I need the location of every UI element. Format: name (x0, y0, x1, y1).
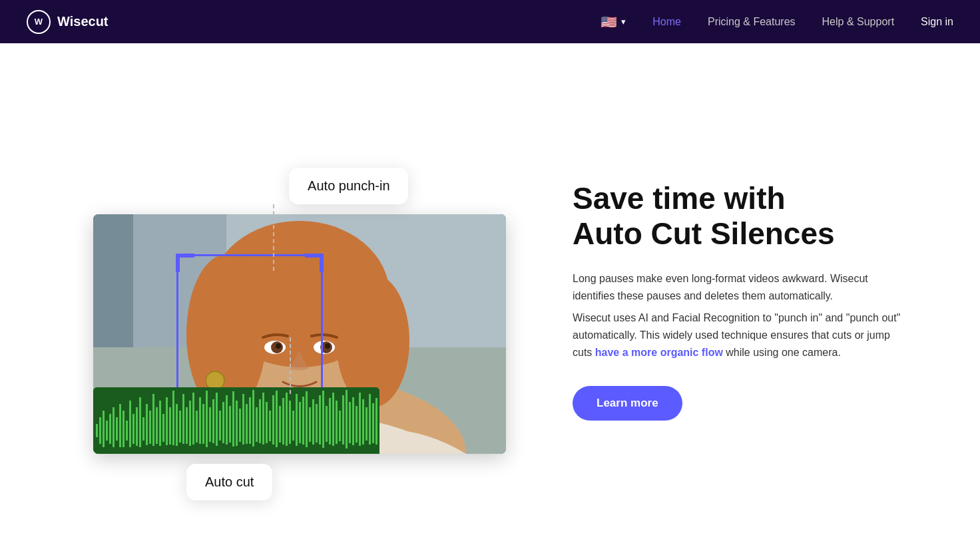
svg-rect-52 (202, 404, 204, 444)
svg-rect-104 (375, 398, 377, 445)
nav-pricing-link[interactable]: Pricing & Features (708, 16, 796, 28)
svg-rect-78 (289, 401, 291, 444)
svg-rect-94 (342, 395, 344, 445)
dashed-line-top (273, 204, 274, 271)
svg-rect-26 (116, 417, 118, 441)
svg-rect-45 (179, 411, 181, 443)
svg-rect-44 (176, 404, 178, 446)
svg-rect-23 (106, 421, 108, 441)
language-selector[interactable]: 🇺🇸 ▾ (601, 14, 626, 30)
svg-rect-63 (239, 409, 241, 442)
svg-rect-38 (156, 407, 158, 444)
svg-rect-39 (159, 401, 161, 446)
video-frame (93, 214, 506, 454)
svg-rect-59 (226, 395, 228, 445)
logo-text: Wisecut (57, 14, 109, 29)
svg-rect-56 (216, 393, 218, 446)
svg-rect-55 (212, 399, 214, 443)
svg-rect-57 (219, 411, 221, 441)
svg-rect-80 (296, 394, 298, 446)
nav-signin-link[interactable]: Sign in (921, 16, 953, 28)
svg-rect-84 (309, 407, 311, 442)
svg-rect-65 (246, 404, 248, 444)
svg-rect-54 (209, 407, 211, 442)
main-content: Auto punch-in (0, 43, 980, 545)
svg-rect-46 (182, 394, 184, 444)
svg-rect-97 (352, 397, 354, 445)
svg-rect-76 (282, 398, 284, 445)
svg-rect-66 (249, 397, 251, 444)
svg-rect-37 (152, 394, 154, 446)
svg-rect-85 (312, 399, 314, 445)
svg-rect-88 (322, 391, 324, 448)
svg-rect-48 (189, 401, 191, 446)
svg-rect-62 (236, 401, 238, 446)
svg-rect-67 (252, 390, 254, 447)
svg-rect-70 (262, 393, 264, 445)
svg-rect-72 (269, 411, 271, 441)
svg-rect-61 (232, 391, 234, 447)
svg-rect-24 (109, 414, 111, 444)
svg-rect-29 (126, 421, 128, 441)
svg-rect-99 (359, 393, 361, 446)
tooltip-auto-cut: Auto cut (186, 464, 272, 500)
svg-rect-47 (186, 407, 188, 444)
svg-rect-50 (196, 411, 198, 443)
svg-rect-41 (166, 397, 168, 445)
dashed-line-bottom (290, 337, 291, 394)
svg-rect-77 (286, 393, 288, 446)
svg-rect-20 (96, 424, 98, 437)
organic-flow-link[interactable]: have a more organic flow (595, 347, 723, 358)
flag-icon: 🇺🇸 (601, 14, 617, 30)
paragraph-2: Wisecut uses AI and Facial Recognition t… (573, 309, 905, 362)
nav-logo[interactable]: W Wisecut (27, 10, 109, 34)
svg-rect-95 (346, 390, 348, 449)
learn-more-button[interactable]: Learn more (573, 386, 682, 421)
svg-rect-93 (339, 411, 341, 441)
svg-rect-36 (149, 411, 151, 444)
logo-icon: W (27, 10, 51, 34)
svg-rect-27 (119, 404, 121, 447)
svg-rect-22 (103, 411, 105, 447)
svg-rect-42 (169, 407, 171, 445)
svg-point-16 (325, 343, 330, 349)
svg-rect-64 (242, 394, 244, 445)
main-heading: Save time with Auto Cut Silences (573, 181, 905, 252)
svg-rect-30 (129, 401, 131, 447)
svg-rect-69 (259, 399, 261, 443)
svg-rect-75 (279, 406, 281, 443)
svg-rect-34 (142, 417, 144, 441)
svg-rect-103 (372, 403, 374, 443)
svg-rect-87 (319, 395, 321, 445)
svg-rect-83 (306, 391, 308, 447)
svg-rect-33 (139, 397, 141, 447)
nav-home-link[interactable]: Home (652, 16, 681, 28)
tooltip-auto-punch-in: Auto punch-in (289, 168, 408, 204)
svg-rect-32 (136, 407, 138, 446)
svg-rect-53 (206, 391, 208, 447)
svg-rect-28 (122, 411, 124, 447)
waveform-svg (93, 387, 379, 454)
svg-rect-21 (99, 417, 101, 444)
nav-help-link[interactable]: Help & Support (822, 16, 895, 28)
svg-rect-51 (199, 397, 201, 444)
svg-rect-91 (332, 393, 334, 446)
svg-rect-49 (192, 393, 194, 445)
svg-rect-43 (172, 391, 174, 445)
svg-rect-58 (222, 402, 224, 443)
svg-rect-79 (292, 411, 294, 441)
svg-rect-98 (356, 406, 358, 443)
svg-rect-73 (272, 395, 274, 445)
svg-rect-74 (276, 391, 278, 447)
svg-rect-40 (162, 414, 164, 442)
paragraph-1: Long pauses make even long-format videos… (573, 270, 905, 305)
illustration-area: Auto punch-in (93, 148, 533, 454)
svg-rect-35 (146, 404, 148, 445)
svg-rect-31 (132, 414, 134, 444)
svg-rect-101 (366, 407, 368, 441)
svg-rect-60 (229, 406, 231, 443)
svg-rect-92 (336, 401, 338, 444)
svg-rect-81 (299, 402, 301, 443)
svg-rect-89 (326, 406, 328, 442)
navbar: W Wisecut 🇺🇸 ▾ Home Pricing & Features H… (0, 0, 980, 43)
